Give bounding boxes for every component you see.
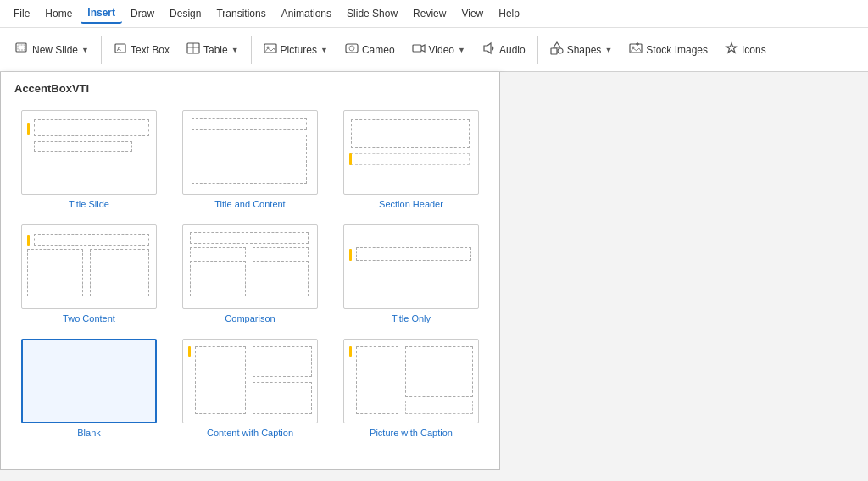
menu-view[interactable]: View — [454, 4, 490, 23]
layout-thumb-section-header — [343, 110, 479, 195]
menu-file[interactable]: File — [7, 4, 36, 23]
shapes-button[interactable]: Shapes ▼ — [543, 38, 620, 61]
layout-thumb-picture-caption — [343, 339, 479, 423]
svg-rect-7 — [264, 44, 276, 53]
layout-label-blank: Blank — [77, 428, 101, 438]
icons-icon — [725, 41, 738, 58]
menu-home[interactable]: Home — [38, 4, 79, 23]
text-box-icon: A — [114, 41, 127, 58]
table-button[interactable]: Table ▼ — [180, 38, 246, 61]
menu-animations[interactable]: Animations — [275, 4, 338, 23]
stock-images-icon — [629, 41, 643, 58]
layout-thumb-content-caption — [182, 339, 318, 423]
main-content: AccentBoxVTI Title Slide Title and Conte… — [0, 72, 868, 470]
svg-rect-13 — [551, 48, 557, 54]
table-arrow: ▼ — [231, 46, 239, 54]
layout-label-title-content: Title and Content — [214, 199, 285, 209]
layout-title-content[interactable]: Title and Content — [175, 107, 325, 213]
new-slide-icon — [15, 41, 29, 58]
layout-label-two-content: Two Content — [63, 313, 115, 323]
svg-marker-15 — [554, 42, 560, 47]
svg-rect-11 — [413, 45, 421, 52]
menu-transitions[interactable]: Transitions — [209, 4, 272, 23]
separator-2 — [251, 36, 252, 64]
separator-1 — [101, 36, 102, 64]
audio-button[interactable]: Audio — [476, 38, 532, 61]
layout-panel: AccentBoxVTI Title Slide Title and Conte… — [0, 72, 500, 470]
layout-label-comparison: Comparison — [225, 313, 275, 323]
svg-text:A: A — [117, 46, 121, 52]
menu-review[interactable]: Review — [406, 4, 453, 23]
pictures-button[interactable]: Pictures ▼ — [257, 38, 335, 61]
layout-section-header[interactable]: Section Header — [337, 107, 486, 213]
new-slide-button[interactable]: New Slide ▼ — [8, 38, 96, 61]
menu-design[interactable]: Design — [163, 4, 208, 23]
menu-draw[interactable]: Draw — [124, 4, 161, 23]
layout-label-title-only: Title Only — [392, 313, 431, 323]
layout-two-content[interactable]: Two Content — [14, 221, 164, 327]
layout-label-content-caption: Content with Caption — [207, 428, 293, 438]
new-slide-label: New Slide — [32, 44, 78, 56]
video-label: Video — [429, 44, 454, 56]
slide-area — [500, 72, 868, 470]
layout-thumb-title-slide — [21, 110, 157, 195]
layout-blank[interactable]: Blank — [14, 335, 164, 441]
layout-title-only[interactable]: Title Only — [337, 221, 486, 327]
pictures-label: Pictures — [281, 44, 317, 56]
cameo-button[interactable]: Cameo — [338, 38, 402, 61]
layout-title-slide[interactable]: Title Slide — [14, 107, 164, 213]
layout-thumb-blank — [21, 339, 157, 423]
svg-rect-1 — [18, 45, 25, 50]
audio-label: Audio — [499, 44, 526, 56]
layout-label-section-header: Section Header — [379, 199, 443, 209]
layout-picture-caption[interactable]: Picture with Caption — [337, 335, 486, 441]
ribbon: New Slide ▼ A Text Box Table ▼ Pictures … — [0, 28, 868, 72]
layout-thumb-title-content — [182, 110, 318, 195]
layout-thumb-title-only — [343, 224, 479, 309]
icons-button[interactable]: Icons — [718, 38, 773, 61]
svg-rect-16 — [630, 44, 642, 53]
pictures-icon — [264, 41, 277, 58]
table-icon — [186, 41, 200, 58]
shapes-arrow: ▼ — [604, 46, 612, 54]
menu-help[interactable]: Help — [492, 4, 526, 23]
layout-label-picture-caption: Picture with Caption — [370, 428, 453, 438]
icons-label: Icons — [742, 44, 766, 56]
shapes-label: Shapes — [567, 44, 602, 56]
audio-icon — [482, 41, 496, 58]
text-box-button[interactable]: A Text Box — [107, 38, 176, 61]
separator-3 — [537, 36, 538, 64]
menu-slideshow[interactable]: Slide Show — [340, 4, 404, 23]
layout-content-caption[interactable]: Content with Caption — [175, 335, 325, 441]
svg-point-14 — [558, 48, 563, 53]
new-slide-arrow: ▼ — [81, 46, 89, 54]
layout-comparison[interactable]: Comparison — [175, 221, 325, 327]
layout-label-title-slide: Title Slide — [69, 199, 109, 209]
stock-images-label: Stock Images — [646, 44, 708, 56]
video-button[interactable]: Video ▼ — [405, 38, 472, 61]
stock-images-button[interactable]: Stock Images — [622, 38, 715, 61]
cameo-icon — [345, 41, 359, 58]
svg-marker-12 — [484, 43, 491, 53]
menu-bar: File Home Insert Draw Design Transitions… — [0, 0, 868, 28]
video-arrow: ▼ — [458, 46, 465, 54]
layout-thumb-comparison — [182, 224, 318, 309]
menu-insert[interactable]: Insert — [81, 3, 122, 24]
text-box-label: Text Box — [131, 44, 170, 56]
video-icon — [412, 41, 426, 58]
cameo-label: Cameo — [362, 44, 395, 56]
layout-thumb-two-content — [21, 224, 157, 309]
pictures-arrow: ▼ — [320, 46, 328, 54]
table-label: Table — [203, 44, 228, 56]
shapes-icon — [550, 41, 564, 58]
panel-title: AccentBoxVTI — [14, 82, 486, 95]
svg-point-10 — [349, 46, 354, 51]
layout-grid: Title Slide Title and Content Section He… — [14, 107, 486, 441]
